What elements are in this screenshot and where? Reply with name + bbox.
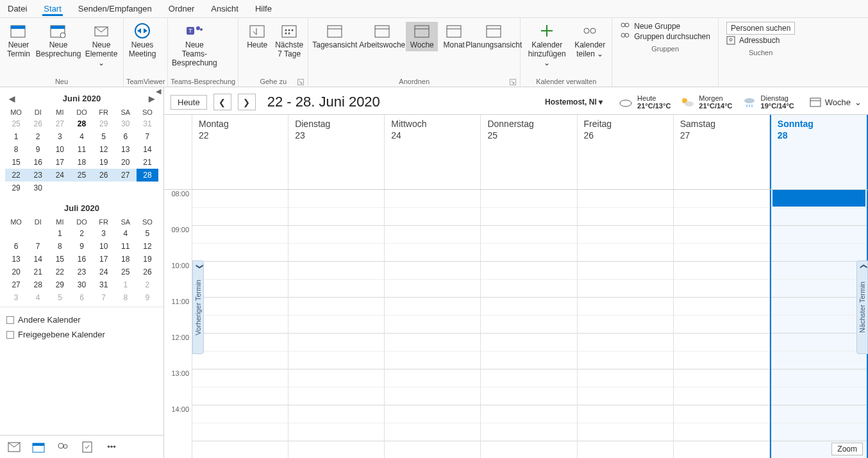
mini-cal-day[interactable]: 5 xyxy=(49,291,71,304)
mini-cal-day[interactable]: 29 xyxy=(49,278,71,291)
new-group-button[interactable]: Neue Gruppe xyxy=(620,22,710,31)
mini-cal-day[interactable]: 24 xyxy=(93,266,115,278)
mini-cal-day[interactable]: 20 xyxy=(5,266,27,278)
day-header-dienstag[interactable]: Dienstag23 xyxy=(288,115,385,189)
mini-cal-day[interactable]: 14 xyxy=(27,253,49,266)
day-header-montag[interactable]: Montag22 xyxy=(192,115,288,189)
more-icon[interactable]: ••• xyxy=(105,441,118,454)
mini-cal-day[interactable]: 7 xyxy=(137,130,158,143)
mini-cal-day[interactable]: 10 xyxy=(49,143,71,156)
mini-cal-day[interactable]: 8 xyxy=(115,291,137,304)
weather-dienstag[interactable]: Dienstag19°C/14°C xyxy=(742,94,794,110)
weather-heute[interactable]: Heute21°C/13°C xyxy=(618,94,671,110)
mini-cal-day[interactable]: 8 xyxy=(49,240,71,253)
checkbox-icon[interactable] xyxy=(6,331,14,339)
people-icon[interactable] xyxy=(56,441,69,454)
calendar-list-item[interactable]: Andere Kalender xyxy=(6,312,157,327)
weather-morgen[interactable]: Morgen21°C/14°C xyxy=(680,94,732,110)
day-column-freitag[interactable] xyxy=(578,190,674,458)
mini-cal-day[interactable]: 15 xyxy=(5,156,27,169)
mini-cal-day[interactable]: 5 xyxy=(93,130,115,143)
mini-cal-day[interactable]: 18 xyxy=(71,156,92,169)
new-meeting-button[interactable]: Neue Besprechung xyxy=(35,22,82,60)
view-tagesansicht-button[interactable]: Tagesansicht xyxy=(311,22,358,51)
mini-cal-day[interactable]: 3 xyxy=(93,227,115,240)
mini-cal-day[interactable]: 11 xyxy=(115,240,137,253)
new-items-button[interactable]: Neue Elemente ⌄ xyxy=(82,22,121,69)
mini-cal-day[interactable]: 15 xyxy=(49,253,71,266)
mail-icon[interactable] xyxy=(8,441,21,454)
mini-cal-day[interactable]: 28 xyxy=(71,117,92,130)
teamviewer-meeting-button[interactable]: Neues Meeting xyxy=(126,22,158,60)
mini-cal-day[interactable]: 17 xyxy=(49,156,71,169)
mini-cal-day[interactable]: 7 xyxy=(27,240,49,253)
menu-senden/empfangen[interactable]: Senden/Empfangen xyxy=(77,1,153,16)
mini-cal-day[interactable]: 31 xyxy=(137,117,158,130)
dialog-launcher-icon[interactable]: ↘ xyxy=(297,79,304,85)
day-header-sonntag[interactable]: Sonntag28 xyxy=(770,115,868,189)
menu-datei[interactable]: Datei xyxy=(6,1,28,16)
mini-cal-day[interactable]: 19 xyxy=(137,253,158,266)
mini-cal-day[interactable]: 18 xyxy=(115,253,137,266)
view-woche-button[interactable]: Woche xyxy=(406,22,438,51)
zoom-button[interactable]: Zoom xyxy=(831,443,863,455)
collapse-sidebar-icon[interactable]: ◀ xyxy=(156,87,161,96)
mini-cal-day[interactable]: 1 xyxy=(115,278,137,291)
menu-start[interactable]: Start xyxy=(42,1,62,16)
mini-cal-day[interactable]: 23 xyxy=(27,169,49,182)
mini-cal-day[interactable]: 28 xyxy=(137,169,158,182)
mini-cal-day[interactable]: 3 xyxy=(49,130,71,143)
mini-cal-day[interactable]: 30 xyxy=(71,278,92,291)
mini-cal-day[interactable]: 21 xyxy=(137,156,158,169)
prev-appointment-tab[interactable]: ❮Vorheriger Termin xyxy=(192,260,204,354)
day-header-freitag[interactable]: Freitag26 xyxy=(578,115,674,189)
day-header-mittwoch[interactable]: Mittwoch24 xyxy=(385,115,481,189)
prev-week-button[interactable]: ❮ xyxy=(213,94,231,110)
mini-cal-day[interactable]: 17 xyxy=(93,253,115,266)
menu-hilfe[interactable]: Hilfe xyxy=(254,1,273,16)
mini-cal-day[interactable]: 13 xyxy=(115,143,137,156)
mini-cal-day[interactable]: 2 xyxy=(137,278,158,291)
prev-month-icon[interactable]: ◀ xyxy=(9,94,15,103)
mini-cal-day[interactable]: 8 xyxy=(5,143,27,156)
next-appointment-tab[interactable]: ❯Nächster Termin xyxy=(856,260,868,354)
mini-cal-day[interactable]: 26 xyxy=(27,117,49,130)
add-calendar-button[interactable]: Kalender hinzufügen ⌄ xyxy=(523,22,571,69)
browse-groups-button[interactable]: Gruppen durchsuchen xyxy=(620,32,710,41)
mini-cal-day[interactable]: 22 xyxy=(49,266,71,278)
today-button[interactable]: Heute xyxy=(171,95,207,110)
address-book-button[interactable]: Adressbuch xyxy=(726,36,795,45)
mini-cal-day[interactable]: 19 xyxy=(93,156,115,169)
mini-cal-day[interactable]: 28 xyxy=(27,278,49,291)
tasks-icon[interactable] xyxy=(81,441,94,454)
day-column-samstag[interactable] xyxy=(674,190,770,458)
day-column-donnerstag[interactable] xyxy=(481,190,577,458)
mini-cal-day[interactable]: 4 xyxy=(27,291,49,304)
day-header-samstag[interactable]: Samstag27 xyxy=(674,115,770,189)
mini-cal-day[interactable]: 2 xyxy=(71,227,92,240)
mini-cal-day[interactable]: 9 xyxy=(71,240,92,253)
mini-cal-day[interactable]: 21 xyxy=(27,266,49,278)
mini-cal-day[interactable]: 4 xyxy=(115,227,137,240)
view-arbeitswoche-button[interactable]: Arbeitswoche xyxy=(358,22,406,51)
mini-cal-day[interactable]: 4 xyxy=(71,130,92,143)
dialog-launcher-icon[interactable]: ↘ xyxy=(510,79,516,85)
mini-cal-day[interactable]: 10 xyxy=(93,240,115,253)
view-selector[interactable]: Woche ⌄ xyxy=(810,97,862,107)
checkbox-icon[interactable] xyxy=(6,316,14,324)
day-column-sonntag[interactable] xyxy=(770,190,868,458)
next-7-days-button[interactable]: Nächste 7 Tage xyxy=(273,22,305,60)
location-picker[interactable]: Hostemost, NI ▾ xyxy=(545,98,603,106)
timed-grid[interactable]: 08:0009:0010:0011:0012:0013:0014:00 ❮Vor… xyxy=(164,190,868,458)
next-week-button[interactable]: ❯ xyxy=(238,94,256,110)
mini-cal-day[interactable]: 20 xyxy=(115,156,137,169)
calendar-list-item[interactable]: Freigegebene Kalender xyxy=(6,327,157,342)
mini-cal-day[interactable]: 5 xyxy=(137,227,158,240)
mini-cal-day[interactable]: 16 xyxy=(27,156,49,169)
menu-ordner[interactable]: Ordner xyxy=(167,1,196,16)
goto-today-button[interactable]: Heute xyxy=(241,22,273,51)
mini-cal-day[interactable]: 1 xyxy=(49,227,71,240)
mini-cal-day[interactable]: 9 xyxy=(137,291,158,304)
mini-cal-day[interactable]: 25 xyxy=(71,169,92,182)
mini-cal-day[interactable]: 25 xyxy=(5,117,27,130)
